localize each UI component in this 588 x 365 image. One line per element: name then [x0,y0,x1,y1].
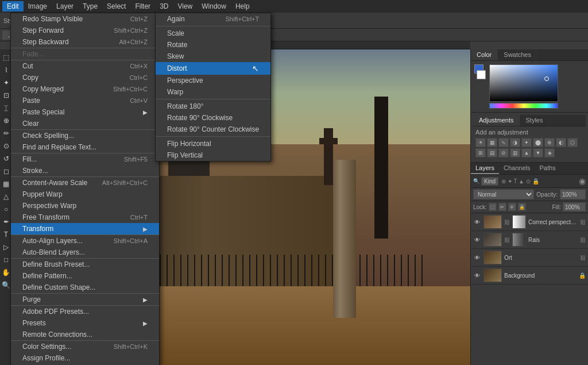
tab-channels[interactable]: Channels [499,163,535,174]
layer-item-correct-perspective[interactable]: 👁 ⛓ Correct perspective ⛓ [471,213,588,231]
menu-define-custom-shape[interactable]: Define Custom Shape... [11,282,159,293]
menu-clear[interactable]: Clear [11,118,159,129]
submenu-again[interactable]: Again Shift+Ctrl+T [156,13,270,25]
menu-stroke[interactable]: Stroke... [11,165,159,176]
menu-paste-special[interactable]: Paste Special ▶ [11,106,159,118]
submenu-sep1 [156,26,270,26]
submenu-rotate[interactable]: Rotate [156,39,270,51]
color-gradient-box[interactable] [489,64,558,109]
menu-purge[interactable]: Purge ▶ [11,294,159,305]
menu-presets[interactable]: Presets ▶ [11,317,159,329]
menu-remote-connections[interactable]: Remote Connections... [11,329,159,340]
menu-help[interactable]: Help [231,1,254,11]
adj-exposure[interactable]: ◑ [510,138,520,147]
menu-type[interactable]: Type [78,1,102,11]
layer-chain-link-2: ⛓ [504,237,510,243]
adj-threshold[interactable]: ▲ [521,148,532,157]
adj-posterize[interactable]: ▥ [510,148,520,157]
filter-toggle[interactable]: ◉ [579,176,586,186]
menu-image[interactable]: Image [24,1,52,11]
adj-invert[interactable]: ⊘ [498,148,509,157]
menu-filter[interactable]: Filter [130,1,155,11]
adj-vibrance[interactable]: ✦ [521,138,532,147]
menu-check-spelling[interactable]: Check Spelling... [11,130,159,141]
adj-lookup[interactable]: ▤ [487,148,497,157]
menu-perspective-warp[interactable]: Perspective Warp [11,200,159,212]
layer-visibility-eye-2[interactable]: 👁 [473,236,481,244]
menu-step-forward[interactable]: Step Forward Shift+Ctrl+Z [11,25,159,36]
submenu-scale[interactable]: Scale [156,28,270,39]
adj-photo-filter[interactable]: ⬡ [567,138,578,147]
submenu-sep2 [156,99,270,99]
menu-define-pattern[interactable]: Define Pattern... [11,270,159,282]
menu-copy-merged[interactable]: Copy Merged Shift+Ctrl+C [11,83,159,95]
menu-auto-blend-layers[interactable]: Auto-Blend Layers... [11,247,159,258]
menu-find-replace[interactable]: Find and Replace Text... [11,141,159,153]
layer-visibility-eye-4[interactable]: 👁 [473,271,481,279]
submenu-flip-horizontal[interactable]: Flip Horizontal [156,138,270,149]
submenu-warp[interactable]: Warp [156,86,270,98]
menu-free-transform[interactable]: Free Transform Ctrl+T [11,212,159,223]
menu-3d[interactable]: 3D [155,1,173,11]
tab-swatches[interactable]: Swatches [498,49,537,60]
tab-adjustments[interactable]: Adjustments [473,115,520,126]
menu-paste[interactable]: Paste Ctrl+V [11,95,159,106]
layer-item-background[interactable]: 👁 Background 🔒 [471,267,588,285]
menu-select[interactable]: Select [102,1,130,11]
submenu-rotate-180[interactable]: Rotate 180° [156,101,270,112]
menu-puppet-warp[interactable]: Puppet Warp [11,189,159,200]
layer-item-ort[interactable]: 👁 Ort ⛓ [471,249,588,267]
menu-view[interactable]: View [173,1,197,11]
hue-slider[interactable] [489,103,558,109]
opacity-input[interactable] [560,189,586,199]
menu-cut[interactable]: Cut Ctrl+X [11,60,159,72]
lock-position-icon[interactable]: ✛ [508,203,516,211]
submenu-skew[interactable]: Skew [156,51,270,62]
menu-edit[interactable]: Edit [2,1,24,11]
menu-content-aware-scale[interactable]: Content-Aware Scale Alt+Shift+Ctrl+C [11,177,159,189]
menu-auto-align-layers[interactable]: Auto-Align Layers... Shift+Ctrl+A [11,235,159,247]
tab-color[interactable]: Color [471,49,498,60]
adj-color-balance[interactable]: ⊕ [544,138,555,147]
tab-styles[interactable]: Styles [520,115,550,126]
adj-black-white[interactable]: ◐ [556,138,566,147]
menu-redo-stamp[interactable]: Redo Stamp Visible Ctrl+Z [11,13,159,25]
lock-all-icon[interactable]: 🔒 [518,203,526,211]
adj-channel-mixer[interactable]: ⊞ [475,148,486,157]
menu-assign-profile[interactable]: Assign Profile... [11,352,159,364]
adj-hue[interactable]: ⬤ [533,138,543,147]
menu-copy[interactable]: Copy Ctrl+C [11,72,159,83]
menu-transform[interactable]: Transform ▶ [11,223,159,235]
right-panel: Color Swatches [470,49,588,365]
adj-selective-color[interactable]: ◈ [544,148,555,157]
layer-name-1: Correct perspective [528,219,578,225]
menu-color-settings[interactable]: Color Settings... Shift+Ctrl+K [11,341,159,352]
layer-visibility-eye-3[interactable]: 👁 [473,253,481,262]
menu-section-color: Color Settings... Shift+Ctrl+K Assign Pr… [11,341,159,365]
submenu-rotate-90-ccw[interactable]: Rotate 90° Counter Clockwise [156,124,270,135]
submenu-rotate-90-cw[interactable]: Rotate 90° Clockwise [156,112,270,124]
menu-section-presets: Adobe PDF Presets... Presets ▶ Remote Co… [11,306,159,341]
lock-transparent-icon[interactable]: ⬚ [489,203,497,211]
menu-adobe-pdf-presets[interactable]: Adobe PDF Presets... [11,306,159,317]
menu-layer[interactable]: Layer [52,1,78,11]
submenu-flip-vertical[interactable]: Flip Vertical [156,149,270,161]
blend-mode-select[interactable]: Normal [473,189,534,199]
tab-paths[interactable]: Paths [535,163,560,174]
menu-fill[interactable]: Fill... Shift+F5 [11,153,159,165]
menu-define-brush-preset[interactable]: Define Brush Preset... [11,259,159,270]
layer-item-rais[interactable]: 👁 ⛓ Rais ⛓ [471,231,588,249]
adj-gradient-map[interactable]: ▼ [533,148,543,157]
menu-window[interactable]: Window [197,1,231,11]
adj-brightness[interactable]: ☀ [475,138,486,147]
background-color[interactable] [477,70,486,79]
tab-layers[interactable]: Layers [471,163,499,174]
lock-image-icon[interactable]: ✏ [498,203,506,211]
submenu-distort[interactable]: Distort ↖ [156,62,270,75]
menu-step-backward[interactable]: Step Backward Alt+Ctrl+Z [11,36,159,48]
layer-visibility-eye[interactable]: 👁 [473,218,481,226]
fill-input[interactable] [563,202,586,212]
submenu-perspective[interactable]: Perspective [156,75,270,86]
adj-levels[interactable]: ▦ [487,138,497,147]
adj-curves[interactable]: ∿ [498,138,509,147]
